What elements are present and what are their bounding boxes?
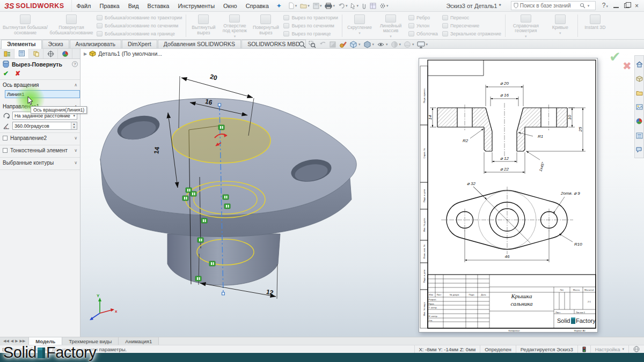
globe-icon[interactable]	[628, 345, 644, 353]
pm-help-icon[interactable]: ?	[72, 61, 78, 67]
property-manager-tab[interactable]	[14, 49, 29, 58]
menu-edit[interactable]: Правка	[96, 0, 124, 11]
model-dim-12[interactable]: 12	[266, 288, 274, 297]
instant3d-button[interactable]: Instant 3D	[580, 13, 611, 39]
model-boss-cylinder[interactable]	[167, 234, 280, 285]
pm-cancel-button[interactable]: ✘	[15, 70, 20, 77]
tab-evaluate[interactable]: Анализировать	[70, 40, 121, 48]
apply-scene-icon[interactable]: ▾	[404, 41, 414, 48]
tab-addins[interactable]: Добавления SOLIDWORKS	[158, 40, 241, 48]
design-library-icon[interactable]	[636, 76, 643, 82]
tree-expand-icon[interactable]: ▶	[84, 51, 87, 56]
direction2-section-header[interactable]: Направление2 ∨	[0, 132, 80, 143]
move-button[interactable]: Перенос	[442, 15, 501, 20]
feature-tree-breadcrumb[interactable]: ▶ Деталь1 (По умолчани...	[84, 50, 162, 57]
pm-ok-button[interactable]: ✔	[3, 70, 9, 77]
status-settings-button[interactable]: Настройка▾	[590, 345, 628, 353]
zoom-fit-icon[interactable]	[298, 41, 306, 48]
select-cursor-icon[interactable]: ▾	[349, 2, 360, 10]
shell-button[interactable]: Оболочка	[408, 31, 438, 36]
constraint-marker[interactable]	[197, 238, 203, 242]
new-document-icon[interactable]: ▾	[287, 2, 298, 10]
view-orientation-icon[interactable]: ▾	[349, 41, 361, 48]
restore-button[interactable]	[624, 3, 630, 8]
help-button[interactable]: ?▾	[602, 2, 608, 10]
lofted-boss-button[interactable]: Бобышка/основание по сечениям	[97, 23, 182, 28]
constraint-marker[interactable]	[191, 191, 196, 196]
model-dim-20[interactable]: 20	[209, 73, 218, 82]
rib-button[interactable]: Ребро	[408, 15, 438, 20]
home-icon[interactable]	[636, 61, 643, 68]
thin-feature-section-header[interactable]: Тонкостенный элемент ∨	[0, 145, 80, 156]
extruded-cut-button[interactable]: Вытянутый вырез	[188, 13, 219, 39]
display-style-icon[interactable]: ▾	[363, 41, 375, 48]
display-manager-tab[interactable]	[58, 49, 72, 58]
constraint-marker[interactable]	[218, 125, 224, 130]
thin-feature-checkbox[interactable]	[3, 148, 8, 153]
centerline-endpoint-bottom[interactable]	[222, 292, 225, 295]
draft-button[interactable]: Уклон	[408, 23, 438, 28]
search-input[interactable]	[520, 3, 578, 9]
print-icon[interactable]: ▾	[324, 2, 336, 10]
custom-properties-icon[interactable]	[636, 132, 643, 139]
constraint-marker[interactable]	[182, 196, 188, 201]
attachment-icon[interactable]	[361, 2, 368, 10]
axis-section-header[interactable]: Ось вращения ∧	[0, 80, 80, 89]
view-settings-icon[interactable]: ▾	[417, 41, 428, 48]
constraint-marker[interactable]	[223, 195, 229, 200]
hole-wizard-button[interactable]: Отверстие под крепеж ▾	[219, 13, 250, 39]
file-explorer-icon[interactable]	[636, 90, 643, 96]
direction2-checkbox[interactable]	[3, 136, 8, 141]
constraint-marker[interactable]	[224, 204, 230, 209]
mirror-button[interactable]: Зеркальное отражение	[442, 31, 501, 36]
previous-view-icon[interactable]	[319, 41, 326, 48]
hide-show-items-icon[interactable]: ▾	[377, 41, 388, 48]
appearances-scenes-icon[interactable]	[636, 118, 642, 124]
edit-appearance-icon[interactable]	[339, 41, 347, 48]
zoom-area-icon[interactable]	[309, 41, 316, 48]
angle-spinner[interactable]: 360.00градусов ▲▼	[12, 122, 77, 130]
reference-geometry-button[interactable]: Справочная геометрия ▾	[507, 13, 545, 39]
table-icon[interactable]	[369, 2, 377, 10]
open-document-icon[interactable]: ▾	[299, 2, 311, 10]
forum-icon[interactable]	[636, 147, 643, 153]
centerline-endpoint-top[interactable]	[218, 104, 221, 106]
menu-file[interactable]: Файл	[72, 0, 95, 11]
constraint-marker[interactable]	[195, 276, 201, 281]
tab-animation1[interactable]: Анимация1	[119, 337, 159, 345]
tab-features[interactable]: Элементы	[1, 40, 42, 49]
dimxpert-manager-tab[interactable]	[43, 49, 58, 58]
options-gear-icon[interactable]: ▾	[378, 2, 390, 10]
linear-pattern-button[interactable]: Линейный массив ▾	[375, 13, 406, 39]
search-icon[interactable]	[580, 3, 586, 9]
menu-help[interactable]: Справка	[241, 0, 273, 11]
fillet-button[interactable]: Скругление ▾	[344, 13, 375, 39]
swept-boss-button[interactable]: Бобышка/основание по траектории	[97, 15, 182, 20]
close-button[interactable]: ×	[635, 3, 639, 9]
boundary-cut-button[interactable]: Вырез по границе	[283, 31, 338, 36]
lofted-cut-button[interactable]: Вырез по сечениям	[283, 23, 338, 28]
save-icon[interactable]: ▾	[312, 2, 323, 10]
constraint-marker[interactable]	[209, 261, 215, 266]
swept-cut-button[interactable]: Вырез по траектории	[283, 15, 338, 20]
minimize-button[interactable]	[613, 4, 619, 8]
revolved-boss-button[interactable]: Повернутая бобышка/основание	[48, 13, 94, 39]
graphics-area[interactable]: ▶ Деталь1 (По умолчани...	[80, 49, 644, 337]
configuration-manager-tab[interactable]	[29, 49, 43, 58]
search-caret-icon[interactable]: ▾	[588, 4, 590, 8]
pin-icon[interactable]: ✦	[273, 2, 285, 10]
boundary-boss-button[interactable]: Бобышка/основание на границе	[97, 31, 182, 36]
tab-dimxpert[interactable]: DimXpert	[122, 40, 157, 48]
menu-window[interactable]: Окно	[219, 0, 241, 11]
curves-button[interactable]: Кривые ▾	[545, 13, 576, 39]
tab-mbd[interactable]: SOLIDWORKS MBD	[241, 40, 305, 48]
view-palette-icon[interactable]	[636, 104, 643, 110]
selected-contours-section-header[interactable]: Выбранные контуры ∨	[0, 157, 80, 168]
feature-manager-tab[interactable]	[0, 49, 14, 58]
undo-icon[interactable]: ▾	[337, 2, 349, 9]
section-view-icon[interactable]	[329, 41, 336, 48]
appearance-ball-icon[interactable]: ▾	[391, 41, 401, 48]
intersect-button[interactable]: Пересечение	[442, 23, 501, 28]
spinner-buttons[interactable]: ▲▼	[71, 122, 77, 129]
axis-selection-input[interactable]	[5, 90, 80, 98]
